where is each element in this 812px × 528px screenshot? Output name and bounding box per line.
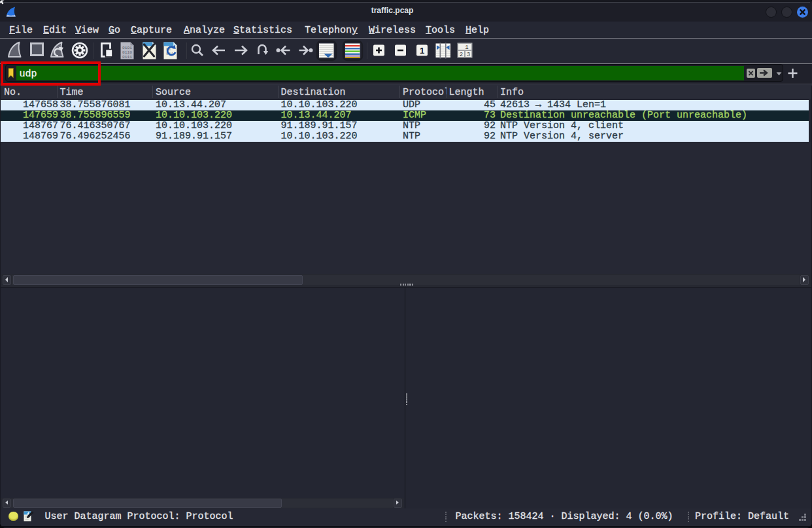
svg-text:0101: 0101 [122, 46, 132, 50]
svg-text:1: 1 [420, 46, 424, 56]
svg-text:3: 3 [467, 52, 470, 58]
svg-text:2: 2 [460, 52, 463, 58]
svg-text:0111: 0111 [122, 55, 132, 59]
svg-text:1: 1 [465, 44, 468, 51]
svg-text:0110: 0110 [122, 50, 132, 55]
